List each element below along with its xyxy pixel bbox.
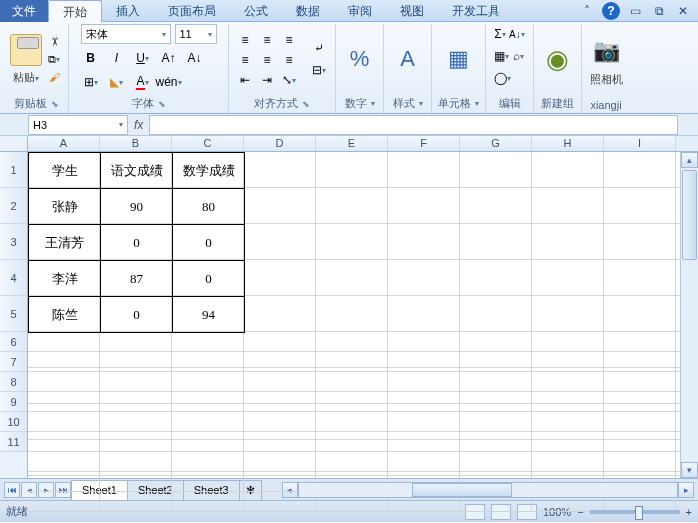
help-icon[interactable]: ? bbox=[602, 2, 620, 20]
col-F[interactable]: F bbox=[388, 136, 460, 151]
tab-dev[interactable]: 开发工具 bbox=[438, 0, 514, 22]
shrink-font-button[interactable]: A↓ bbox=[185, 48, 205, 68]
tab-data[interactable]: 数据 bbox=[282, 0, 334, 22]
ribbon-minimize-icon[interactable]: ˄ bbox=[578, 2, 596, 20]
col-H[interactable]: H bbox=[532, 136, 604, 151]
bold-button[interactable]: B bbox=[81, 48, 101, 68]
tab-formula[interactable]: 公式 bbox=[230, 0, 282, 22]
cell[interactable]: 87 bbox=[101, 261, 173, 297]
row-7[interactable]: 7 bbox=[0, 352, 27, 372]
italic-button[interactable]: I bbox=[107, 48, 127, 68]
font-size-combo[interactable]: 11▾ bbox=[175, 24, 217, 44]
phonetic-button[interactable]: wén▾ bbox=[159, 72, 179, 92]
zoom-slider[interactable] bbox=[590, 510, 680, 514]
restore-icon[interactable]: ⧉ bbox=[650, 2, 668, 20]
tab-layout[interactable]: 页面布局 bbox=[154, 0, 230, 22]
underline-button[interactable]: U▾ bbox=[133, 48, 153, 68]
cell[interactable]: 张静 bbox=[29, 189, 101, 225]
font-name-combo[interactable]: 宋体▾ bbox=[81, 24, 171, 44]
col-B[interactable]: B bbox=[100, 136, 172, 151]
align-left-button[interactable]: ≡ bbox=[235, 50, 255, 70]
format-painter-button[interactable]: 🖌 bbox=[46, 69, 62, 85]
row-9[interactable]: 9 bbox=[0, 392, 27, 412]
clear-button[interactable]: ◯▾ bbox=[493, 68, 512, 88]
number-format-icon[interactable]: % bbox=[343, 42, 377, 76]
cell[interactable]: 0 bbox=[101, 225, 173, 261]
cell[interactable]: 0 bbox=[173, 261, 245, 297]
zoom-in-button[interactable]: + bbox=[686, 506, 692, 518]
paste-button[interactable]: 粘贴▾ bbox=[13, 70, 39, 85]
row-4[interactable]: 4 bbox=[0, 260, 27, 296]
row-11[interactable]: 11 bbox=[0, 432, 27, 452]
merge-button[interactable]: ⊟▾ bbox=[309, 60, 329, 80]
decrease-indent-button[interactable]: ⇤ bbox=[235, 70, 255, 90]
cell[interactable]: 94 bbox=[173, 297, 245, 333]
fx-icon[interactable]: fx bbox=[134, 118, 143, 132]
row-8[interactable]: 8 bbox=[0, 372, 27, 392]
style-icon[interactable]: A bbox=[391, 42, 425, 76]
name-box[interactable]: H3▾ bbox=[28, 115, 128, 135]
row-1[interactable]: 1 bbox=[0, 152, 27, 188]
row-3[interactable]: 3 bbox=[0, 224, 27, 260]
font-color-button[interactable]: A▾ bbox=[133, 72, 153, 92]
border-button[interactable]: ⊞▾ bbox=[81, 72, 101, 92]
col-C[interactable]: C bbox=[172, 136, 244, 151]
wrap-text-button[interactable]: ⤶ bbox=[309, 38, 329, 58]
first-sheet-button[interactable]: ⏮ bbox=[4, 482, 20, 498]
autosum-button[interactable]: Σ▾ A↓▾ bbox=[493, 24, 525, 44]
vscroll-thumb[interactable] bbox=[682, 170, 697, 260]
align-center-button[interactable]: ≡ bbox=[257, 50, 277, 70]
tab-home[interactable]: 开始 bbox=[48, 0, 102, 22]
fill-color-button[interactable]: ◣▾ bbox=[107, 72, 127, 92]
horizontal-scrollbar[interactable]: ◂ ▸ bbox=[282, 482, 694, 498]
align-bottom-button[interactable]: ≡ bbox=[279, 30, 299, 50]
vertical-scrollbar[interactable]: ▴ ▾ bbox=[680, 152, 698, 478]
cell[interactable]: 学生 bbox=[29, 153, 101, 189]
fill-button[interactable]: ▦▾ ⌕▾ bbox=[493, 46, 524, 66]
tab-insert[interactable]: 插入 bbox=[102, 0, 154, 22]
cut-button[interactable]: ✂ bbox=[46, 33, 62, 49]
copy-button[interactable]: ⧉▾ bbox=[46, 51, 62, 67]
cell[interactable]: 陈竺 bbox=[29, 297, 101, 333]
cell[interactable]: 0 bbox=[173, 225, 245, 261]
scroll-right-icon[interactable]: ▸ bbox=[678, 482, 694, 498]
align-top-button[interactable]: ≡ bbox=[235, 30, 255, 50]
col-G[interactable]: G bbox=[460, 136, 532, 151]
row-6[interactable]: 6 bbox=[0, 332, 27, 352]
orientation-button[interactable]: ⤡▾ bbox=[279, 70, 299, 90]
grow-font-button[interactable]: A↑ bbox=[159, 48, 179, 68]
cell[interactable]: 语文成绩 bbox=[101, 153, 173, 189]
paste-icon[interactable] bbox=[10, 34, 42, 66]
col-I[interactable]: I bbox=[604, 136, 676, 151]
cells-icon[interactable]: ▦ bbox=[442, 42, 476, 76]
increase-indent-button[interactable]: ⇥ bbox=[257, 70, 277, 90]
cell[interactable]: 80 bbox=[173, 189, 245, 225]
formula-bar[interactable] bbox=[149, 115, 678, 135]
tab-file[interactable]: 文件 bbox=[0, 0, 48, 22]
align-right-button[interactable]: ≡ bbox=[279, 50, 299, 70]
cell[interactable]: 李洋 bbox=[29, 261, 101, 297]
table-row: 学生 语文成绩 数学成绩 bbox=[29, 153, 245, 189]
tab-review[interactable]: 审阅 bbox=[334, 0, 386, 22]
tab-view[interactable]: 视图 bbox=[386, 0, 438, 22]
newgroup-icon[interactable]: ◉ bbox=[541, 42, 575, 76]
minimize-icon[interactable]: ▭ bbox=[626, 2, 644, 20]
cell-grid[interactable]: 学生 语文成绩 数学成绩 张静9080 王清芳00 李洋870 陈竺094 bbox=[28, 152, 680, 478]
scroll-down-icon[interactable]: ▾ bbox=[681, 462, 698, 478]
scroll-up-icon[interactable]: ▴ bbox=[681, 152, 698, 168]
col-E[interactable]: E bbox=[316, 136, 388, 151]
col-D[interactable]: D bbox=[244, 136, 316, 151]
cell[interactable]: 数学成绩 bbox=[173, 153, 245, 189]
row-10[interactable]: 10 bbox=[0, 412, 27, 432]
cell[interactable]: 90 bbox=[101, 189, 173, 225]
cell[interactable]: 0 bbox=[101, 297, 173, 333]
row-5[interactable]: 5 bbox=[0, 296, 27, 332]
align-middle-button[interactable]: ≡ bbox=[257, 30, 277, 50]
cell[interactable]: 王清芳 bbox=[29, 225, 101, 261]
hscroll-thumb[interactable] bbox=[412, 483, 512, 497]
camera-icon[interactable]: 📷 bbox=[589, 34, 623, 68]
row-2[interactable]: 2 bbox=[0, 188, 27, 224]
col-A[interactable]: A bbox=[28, 136, 100, 151]
close-icon[interactable]: ✕ bbox=[674, 2, 692, 20]
select-all-corner[interactable] bbox=[0, 136, 28, 151]
